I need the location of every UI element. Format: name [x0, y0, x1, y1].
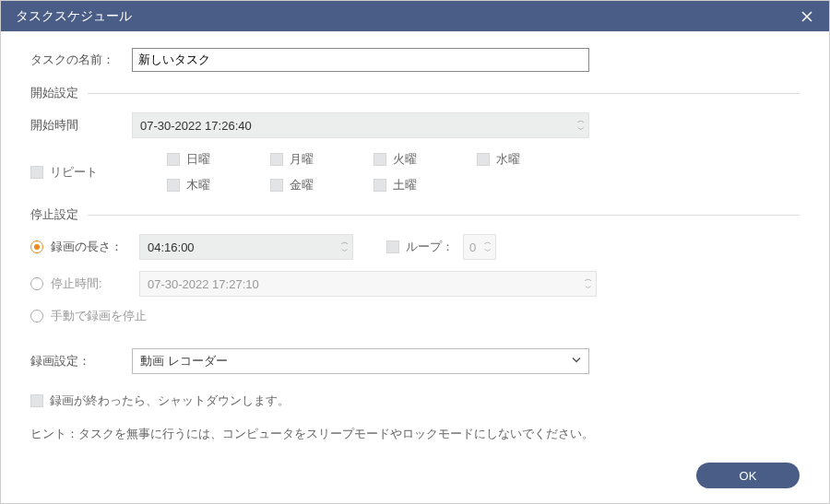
titlebar: タスクスケジュール: [1, 1, 829, 31]
task-schedule-dialog: タスクスケジュール タスクの名前： 開始設定 開始時間 07-30-2022 1…: [0, 0, 830, 504]
chevron-up-icon[interactable]: ︿: [577, 117, 585, 124]
day-tue-checkbox[interactable]: 火曜: [374, 151, 477, 168]
start-section-heading: 開始設定: [30, 85, 800, 101]
loop-count-field[interactable]: 0 ︿ ﹀: [463, 234, 496, 260]
loop-checkbox[interactable]: ループ：: [386, 239, 454, 255]
stop-time-label: 停止時間:: [51, 275, 102, 292]
chevron-down-icon[interactable]: ﹀: [484, 248, 492, 255]
repeat-checkbox[interactable]: リピート: [30, 164, 98, 181]
manual-stop-label: 手動で録画を停止: [51, 308, 147, 324]
length-stepper[interactable]: ︿ ﹀: [341, 237, 349, 257]
shutdown-label: 録画が終わったら、シャットダウンします。: [50, 393, 290, 409]
start-time-field[interactable]: 07-30-2022 17:26:40 ︿ ﹀: [132, 112, 589, 138]
day-sun-checkbox[interactable]: 日曜: [167, 151, 270, 168]
task-name-label: タスクの名前：: [30, 52, 132, 68]
loop-count-value: 0: [469, 240, 476, 254]
chevron-up-icon[interactable]: ︿: [585, 275, 592, 283]
start-time-stepper[interactable]: ︿ ﹀: [577, 115, 585, 135]
chevron-up-icon[interactable]: ︿: [484, 239, 492, 246]
start-time-label: 開始時間: [30, 117, 132, 134]
chevron-down-icon[interactable]: ﹀: [341, 248, 349, 255]
length-field[interactable]: 04:16:00 ︿ ﹀: [139, 234, 353, 260]
close-icon[interactable]: [800, 9, 814, 24]
chevron-down-icon[interactable]: ﹀: [585, 285, 592, 292]
hint-text: ヒント：タスクを無事に行うには、コンピュータをスリープモードやロックモードにしな…: [30, 426, 800, 442]
chevron-down-icon[interactable]: ﹀: [577, 126, 585, 134]
day-mon-checkbox[interactable]: 月曜: [270, 151, 374, 168]
stop-time-stepper[interactable]: ︿ ﹀: [585, 274, 592, 294]
record-settings-label: 録画設定：: [30, 353, 132, 369]
ok-button[interactable]: OK: [696, 463, 800, 488]
day-wed-checkbox[interactable]: 水曜: [477, 151, 580, 168]
day-sat-checkbox[interactable]: 土曜: [374, 177, 477, 193]
length-radio[interactable]: 録画の長さ：: [30, 239, 139, 255]
stop-section-heading: 停止設定: [30, 206, 800, 223]
length-value: 04:16:00: [148, 240, 195, 254]
shutdown-checkbox[interactable]: 録画が終わったら、シャットダウンします。: [30, 393, 290, 409]
stop-time-value: 07-30-2022 17:27:10: [148, 277, 259, 291]
length-label: 録画の長さ：: [51, 239, 123, 255]
dialog-title: タスクスケジュール: [16, 8, 132, 25]
task-name-input[interactable]: [132, 48, 589, 72]
stop-time-radio[interactable]: 停止時間:: [30, 275, 139, 292]
day-thu-checkbox[interactable]: 木曜: [167, 177, 270, 193]
day-fri-checkbox[interactable]: 金曜: [270, 177, 374, 193]
start-time-value: 07-30-2022 17:26:40: [140, 119, 252, 133]
recorder-select[interactable]: 動画 レコーダー: [132, 348, 589, 374]
recorder-select-value: 動画 レコーダー: [140, 353, 228, 369]
chevron-up-icon[interactable]: ︿: [341, 239, 349, 246]
stop-time-field[interactable]: 07-30-2022 17:27:10 ︿ ﹀: [139, 271, 597, 297]
manual-stop-radio[interactable]: 手動で録画を停止: [30, 308, 147, 324]
repeat-label: リピート: [50, 164, 98, 181]
loop-label: ループ：: [406, 239, 454, 255]
loop-stepper[interactable]: ︿ ﹀: [484, 237, 492, 257]
chevron-down-icon: [570, 354, 583, 369]
